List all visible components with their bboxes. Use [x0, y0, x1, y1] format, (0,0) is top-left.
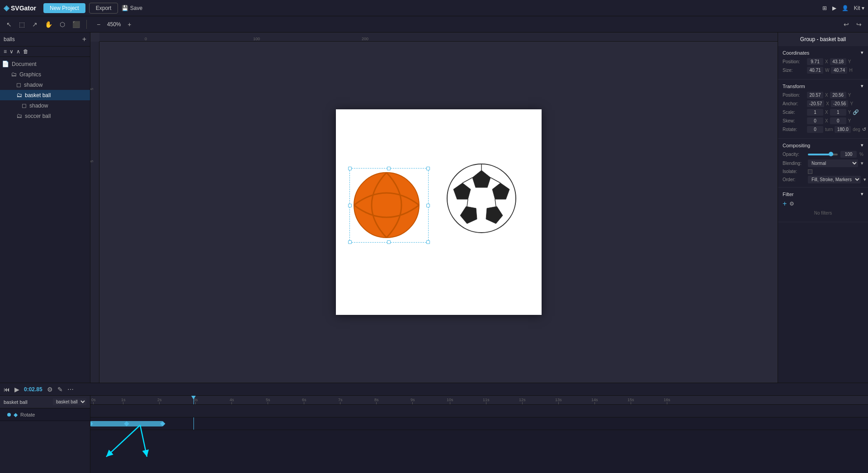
timeline-edit-button[interactable]: ✎: [57, 386, 63, 393]
layer-graphics[interactable]: 🗂 Graphics: [0, 69, 90, 80]
play-icon[interactable]: ▶: [832, 5, 836, 11]
add-filter-button[interactable]: +: [783, 200, 787, 208]
blending-expand-icon[interactable]: ▾: [861, 160, 863, 166]
hand-tool-button[interactable]: ✋: [42, 19, 55, 30]
rotate-deg-value[interactable]: 180.0: [835, 126, 851, 133]
isolate-checkbox[interactable]: [808, 169, 812, 174]
handle-bottom-right[interactable]: [426, 240, 430, 244]
scale-row: Scale: 1 X 1 Y 🔗: [783, 109, 863, 116]
user-avatar[interactable]: 👤: [842, 5, 849, 11]
layers-collapse-icon[interactable]: ∨: [9, 48, 14, 55]
blending-select[interactable]: Normal Multiply Screen: [808, 159, 858, 167]
handle-bottom-center[interactable]: [387, 240, 391, 244]
coordinates-collapse-icon[interactable]: ▾: [861, 50, 863, 56]
project-name-input[interactable]: [4, 36, 80, 42]
x-label: X: [825, 59, 828, 64]
size-h-value[interactable]: 40.74: [831, 67, 847, 74]
blending-row: Blending: Normal Multiply Screen ▾: [783, 159, 863, 167]
handle-top-center[interactable]: [387, 167, 391, 170]
skew-row: Skew: 0 X 0 Y: [783, 117, 863, 124]
transform-collapse-icon[interactable]: ▾: [861, 83, 863, 89]
svg-line-14: [106, 425, 140, 457]
node-tool-button[interactable]: ⬡: [57, 19, 68, 30]
timeline-play-button[interactable]: ▶: [14, 386, 19, 393]
handle-bottom-left[interactable]: [348, 240, 352, 244]
timeline-add-keyframe-button[interactable]: ◆: [14, 412, 18, 418]
timeline-playhead[interactable]: [193, 396, 194, 404]
layer-shadow1[interactable]: ◻ shadow: [0, 80, 90, 90]
tl-mark-8s: 8s: [374, 398, 379, 404]
timeline-settings-button[interactable]: ⚙: [47, 386, 53, 393]
layer-basketball[interactable]: 🗂 basket ball: [0, 90, 90, 100]
opacity-value[interactable]: 100: [840, 151, 857, 158]
filter-collapse-icon[interactable]: ▾: [861, 191, 863, 197]
timeline-rewind-button[interactable]: ⏮: [4, 386, 10, 393]
handle-top-left[interactable]: [348, 167, 352, 170]
select-tool-button[interactable]: ↖: [4, 19, 14, 30]
rotate-reset-icon[interactable]: ↺: [862, 126, 866, 132]
t-pos-x-value[interactable]: 20.57: [807, 92, 823, 98]
app-logo: ◈ SVGator: [4, 4, 36, 12]
tl-mark-0s: 0s: [91, 398, 96, 404]
skew-x-value[interactable]: 0: [807, 117, 823, 124]
layer-document[interactable]: 📄 Document: [0, 59, 90, 69]
order-select[interactable]: Fill, Stroke, Markers: [808, 176, 861, 183]
scale-label: Scale:: [783, 110, 805, 115]
anchor-x-value[interactable]: -20.57: [807, 100, 824, 107]
basketball-container[interactable]: ✛: [349, 168, 429, 243]
sub-select-button[interactable]: ↗: [29, 19, 40, 30]
timeline-ruler: 0s 1s 2s 3s 4s 5s 6s 7s 8s 9s 10s 11s 12…: [90, 396, 868, 405]
redo-button[interactable]: ↪: [854, 19, 864, 30]
scale-y-value[interactable]: 1: [830, 109, 846, 116]
t-y-label: Y: [848, 93, 851, 98]
t-pos-y-value[interactable]: 20.56: [830, 92, 846, 98]
position-y-value[interactable]: 43.18: [830, 58, 846, 65]
zoom-out-button[interactable]: −: [94, 19, 103, 30]
anchor-y-label: Y: [850, 101, 853, 106]
handle-mid-right[interactable]: [426, 204, 430, 207]
opacity-pct-label: %: [859, 152, 863, 157]
size-label: Size:: [783, 68, 805, 73]
new-project-button[interactable]: New Project: [43, 3, 85, 13]
position-x-value[interactable]: 9.71: [807, 58, 823, 65]
filter-settings-icon[interactable]: ⚙: [789, 201, 794, 207]
skew-label: Skew:: [783, 118, 805, 123]
skew-y-value[interactable]: 0: [830, 117, 846, 124]
layer-shadow2[interactable]: ◻ shadow: [0, 100, 90, 111]
anchor-x-label: X: [826, 101, 829, 106]
frame-tool-button[interactable]: ⬛: [70, 19, 83, 30]
timeline-more-button[interactable]: ⋯: [67, 386, 74, 393]
layers-delete-icon[interactable]: 🗑: [23, 48, 28, 55]
order-expand-icon[interactable]: ▾: [863, 177, 866, 183]
basketball-label: basket ball: [25, 92, 51, 98]
grid-icon[interactable]: ⊞: [822, 5, 827, 11]
layers-move-up-icon[interactable]: ∧: [16, 48, 20, 55]
canvas-area[interactable]: 0 100 200 5 5: [90, 33, 778, 383]
kit-label[interactable]: Kit ▾: [854, 5, 864, 11]
rect-select-button[interactable]: ⬚: [16, 19, 28, 30]
layers-menu-icon[interactable]: ≡: [4, 48, 7, 55]
zoom-in-button[interactable]: +: [125, 19, 134, 30]
handle-mid-left[interactable]: [348, 204, 352, 207]
canvas-background[interactable]: ✛: [336, 109, 542, 315]
handle-top-right[interactable]: [426, 167, 430, 170]
save-button[interactable]: 💾 Save: [122, 5, 142, 11]
ruler-horizontal: 0 100 200: [99, 33, 778, 42]
anchor-y-value[interactable]: -20.56: [831, 100, 848, 107]
transform-position-row: Position: 20.57 X 20.56 Y: [783, 92, 863, 98]
scale-link-icon[interactable]: 🔗: [853, 109, 859, 115]
rotate-value[interactable]: 0: [807, 126, 823, 133]
timeline-layer-select[interactable]: basket ball: [53, 398, 86, 405]
scale-x-value[interactable]: 1: [807, 109, 823, 116]
layer-soccerball[interactable]: 🗂 soccer ball: [0, 111, 90, 121]
soccerball-folder-icon: 🗂: [16, 112, 22, 119]
add-layer-button[interactable]: +: [82, 35, 86, 43]
size-w-value[interactable]: 40.71: [807, 67, 823, 74]
export-button[interactable]: Export: [89, 3, 118, 14]
compositing-collapse-icon[interactable]: ▾: [861, 142, 863, 148]
ruler-v-mark-5b: 5: [90, 160, 94, 162]
opacity-slider[interactable]: [808, 154, 838, 155]
undo-button[interactable]: ↩: [841, 19, 852, 30]
soccerball-container: [444, 161, 519, 237]
transform-label: Transform: [783, 84, 805, 89]
